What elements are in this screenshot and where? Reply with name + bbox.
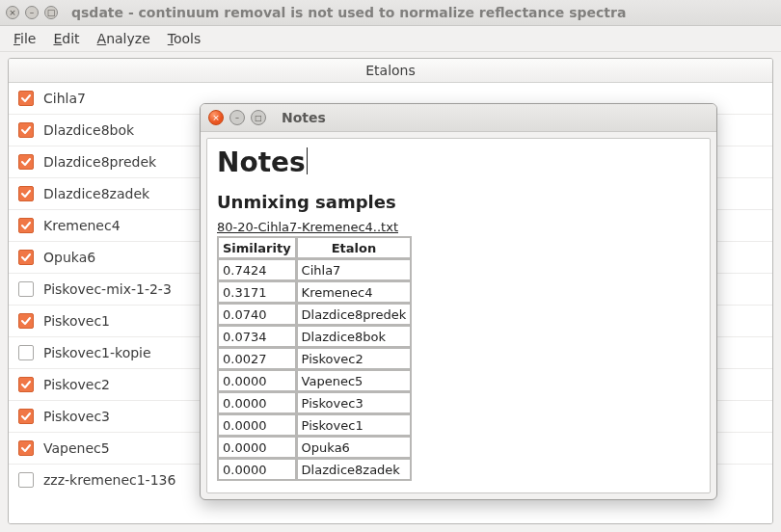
- column-header-etalon: Etalon: [297, 237, 412, 258]
- cell-similarity: 0.0734: [218, 326, 296, 347]
- cell-similarity: 0.0740: [218, 304, 296, 325]
- menu-mnemonic: A: [97, 31, 107, 46]
- etalon-label: zzz-kremenec1-136: [43, 472, 175, 488]
- column-header-similarity: Similarity: [218, 237, 296, 258]
- etalon-label: Dlazdice8zadek: [43, 186, 149, 201]
- cell-similarity: 0.0000: [218, 392, 296, 413]
- menubar: FileEditAnalyzeTools: [0, 26, 781, 52]
- etalon-label: Kremenec4: [43, 218, 121, 233]
- etalon-label: Piskovec3: [43, 409, 110, 424]
- cell-similarity: 0.0027: [218, 348, 296, 369]
- table-row: 0.0734Dlazdice8bok: [218, 326, 411, 347]
- etalon-label: Opuka6: [43, 250, 95, 265]
- checkbox[interactable]: [18, 345, 34, 360]
- checkbox[interactable]: [18, 440, 34, 456]
- etalon-label: Dlazdice8bok: [43, 122, 134, 138]
- cell-similarity: 0.7424: [218, 259, 296, 280]
- cell-etalon: Piskovec1: [297, 414, 412, 436]
- menu-tools[interactable]: Tools: [168, 31, 202, 46]
- checkbox[interactable]: [18, 122, 34, 138]
- cell-similarity: 0.0000: [218, 370, 296, 391]
- menu-label-rest: nalyze: [106, 31, 150, 46]
- notes-titlebar[interactable]: × – □ Notes: [201, 104, 716, 132]
- etalons-heading: Etalons: [9, 59, 772, 83]
- table-row: 0.0000Opuka6: [218, 437, 411, 458]
- menu-edit[interactable]: Edit: [53, 31, 79, 46]
- similarity-table: Similarity Etalon 0.7424Cihla70.3171Krem…: [217, 236, 412, 481]
- notes-editor[interactable]: Notes Unmixing samples 80-20-Cihla7-Krem…: [206, 138, 711, 493]
- table-row: 0.0000Dlazdice8zadek: [218, 459, 411, 480]
- table-row: 0.3171Kremenec4: [218, 281, 411, 303]
- menu-label-rest: ools: [174, 31, 201, 46]
- cell-etalon: Cihla7: [297, 259, 412, 280]
- checkbox[interactable]: [18, 250, 34, 265]
- table-row: 0.0027Piskovec2: [218, 348, 411, 369]
- etalon-label: Piskovec2: [43, 377, 110, 392]
- notes-heading-1: Notes: [217, 146, 306, 178]
- checkbox[interactable]: [18, 472, 34, 488]
- cell-similarity: 0.3171: [218, 281, 296, 303]
- menu-mnemonic: E: [53, 31, 62, 46]
- cell-etalon: Dlazdice8bok: [297, 326, 412, 347]
- menu-file[interactable]: File: [13, 31, 36, 46]
- table-row: 0.0740Dlazdice8predek: [218, 304, 411, 325]
- cell-similarity: 0.0000: [218, 437, 296, 458]
- table-row: 0.0000Vapenec5: [218, 370, 411, 391]
- menu-label-rest: dit: [62, 31, 79, 46]
- cell-similarity: 0.0000: [218, 459, 296, 480]
- cell-similarity: 0.0000: [218, 414, 296, 436]
- etalon-label: Piskovec-mix-1-2-3: [43, 281, 172, 297]
- etalon-label: Vapenec5: [43, 440, 110, 456]
- table-row: 0.0000Piskovec3: [218, 392, 411, 413]
- cell-etalon: Vapenec5: [297, 370, 412, 391]
- checkbox[interactable]: [18, 377, 34, 392]
- notes-window-title: Notes: [282, 110, 326, 125]
- checkbox[interactable]: [18, 218, 34, 233]
- table-row: 0.7424Cihla7: [218, 259, 411, 280]
- etalon-label: Piskovec1: [43, 313, 110, 329]
- checkbox[interactable]: [18, 281, 34, 297]
- notes-window[interactable]: × – □ Notes Notes Unmixing samples 80-20…: [200, 103, 717, 500]
- menu-analyze[interactable]: Analyze: [97, 31, 150, 46]
- etalon-label: Piskovec1-kopie: [43, 345, 151, 360]
- etalon-label: Dlazdice8predek: [43, 154, 156, 170]
- checkbox[interactable]: [18, 409, 34, 424]
- table-header-row: Similarity Etalon: [218, 237, 411, 258]
- checkbox[interactable]: [18, 313, 34, 329]
- text-cursor-icon: [307, 147, 308, 174]
- close-icon[interactable]: ×: [208, 110, 224, 125]
- cell-etalon: Piskovec3: [297, 392, 412, 413]
- table-row: 0.0000Piskovec1: [218, 414, 411, 436]
- checkbox[interactable]: [18, 186, 34, 201]
- etalon-label: Cihla7: [43, 91, 86, 106]
- cell-etalon: Kremenec4: [297, 281, 412, 303]
- notes-heading-2: Unmixing samples: [217, 192, 700, 212]
- cell-etalon: Opuka6: [297, 437, 412, 458]
- cell-etalon: Piskovec2: [297, 348, 412, 369]
- main-titlebar[interactable]: × – □ qsdate - continuum removal is not …: [0, 0, 781, 26]
- minimize-icon[interactable]: –: [25, 6, 39, 19]
- cell-etalon: Dlazdice8zadek: [297, 459, 412, 480]
- checkbox[interactable]: [18, 91, 34, 106]
- maximize-icon[interactable]: □: [251, 110, 266, 125]
- checkbox[interactable]: [18, 154, 34, 170]
- close-icon[interactable]: ×: [6, 6, 19, 19]
- cell-etalon: Dlazdice8predek: [297, 304, 412, 325]
- minimize-icon[interactable]: –: [229, 110, 245, 125]
- window-title: qsdate - continuum removal is not used t…: [71, 5, 626, 20]
- menu-mnemonic: F: [13, 31, 20, 46]
- maximize-icon[interactable]: □: [44, 6, 58, 19]
- menu-label-rest: ile: [20, 31, 36, 46]
- notes-table-caption: 80-20-Cihla7-Kremenec4..txt: [217, 220, 700, 234]
